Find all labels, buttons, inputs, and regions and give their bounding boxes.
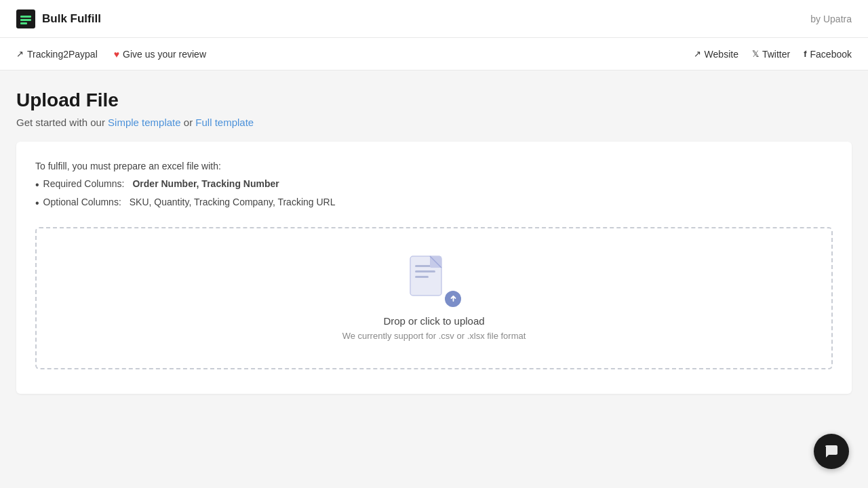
facebook-link[interactable]: f Facebook [804, 49, 852, 60]
main-content: Upload File Get started with our Simple … [0, 70, 868, 413]
twitter-link[interactable]: 𝕏 Twitter [752, 49, 790, 60]
top-navbar: Bulk Fulfill by Upatra [0, 0, 868, 38]
instructions: To fulfill, you must prepare an excel fi… [35, 161, 833, 211]
twitter-link-label: Twitter [762, 49, 790, 60]
review-link-label: Give us your review [123, 49, 206, 60]
svg-rect-5 [415, 270, 435, 272]
chat-icon [824, 444, 839, 459]
sub-navbar-right: ↗ Website 𝕏 Twitter f Facebook [694, 49, 852, 60]
app-logo [16, 9, 35, 28]
svg-rect-2 [20, 22, 27, 24]
tracking-link-label: Tracking2Paypal [27, 49, 98, 60]
navbar-brand: Bulk Fulfill [16, 9, 101, 28]
svg-rect-6 [415, 276, 429, 278]
simple-template-link[interactable]: Simple template [108, 117, 181, 128]
website-link[interactable]: ↗ Website [694, 49, 738, 60]
facebook-link-label: Facebook [810, 49, 852, 60]
instructions-intro: To fulfill, you must prepare an excel fi… [35, 161, 833, 171]
file-icon [410, 256, 449, 302]
sub-navbar: ↗ Tracking2Paypal ♥ Give us your review … [0, 38, 868, 70]
optional-label: Optional Columns: [43, 197, 121, 207]
chat-button[interactable] [814, 434, 849, 469]
required-label: Required Columns: [43, 178, 125, 189]
upload-icon-container [410, 256, 458, 304]
subtitle-intro: Get started with our [16, 117, 105, 128]
main-card: To fulfill, you must prepare an excel fi… [16, 142, 852, 394]
required-columns-item: Required Columns: Order Number, Tracking… [35, 178, 833, 192]
page-title: Upload File [16, 89, 852, 111]
upload-arrow-icon [445, 291, 461, 307]
website-external-icon: ↗ [694, 49, 701, 59]
full-template-link[interactable]: Full template [195, 117, 254, 128]
website-link-label: Website [705, 49, 738, 60]
upload-dropzone[interactable]: Drop or click to upload We currently sup… [35, 227, 833, 369]
svg-rect-0 [20, 16, 31, 18]
instructions-list: Required Columns: Order Number, Tracking… [35, 178, 833, 211]
review-link[interactable]: ♥ Give us your review [114, 49, 206, 60]
facebook-icon: f [804, 49, 806, 59]
tracking2paypal-link[interactable]: ↗ Tracking2Paypal [16, 49, 98, 60]
upload-secondary-text: We currently support for .csv or .xlsx f… [342, 331, 526, 341]
optional-cols-value: SKU, Quantity, Tracking Company, Trackin… [130, 197, 336, 207]
heart-icon: ♥ [114, 49, 119, 60]
page-subtitle: Get started with our Simple template or … [16, 117, 852, 128]
twitter-icon: 𝕏 [752, 49, 759, 59]
subtitle-or: or [184, 117, 193, 128]
required-cols-value: Order Number, Tracking Number [132, 178, 279, 189]
svg-rect-1 [20, 19, 31, 21]
upload-primary-text: Drop or click to upload [383, 315, 484, 327]
sub-navbar-left: ↗ Tracking2Paypal ♥ Give us your review [16, 49, 206, 60]
app-title: Bulk Fulfill [42, 12, 101, 26]
navbar-by-label: by Upatra [810, 14, 852, 24]
external-link-icon: ↗ [16, 49, 24, 59]
optional-columns-item: Optional Columns: SKU, Quantity, Trackin… [35, 197, 833, 211]
